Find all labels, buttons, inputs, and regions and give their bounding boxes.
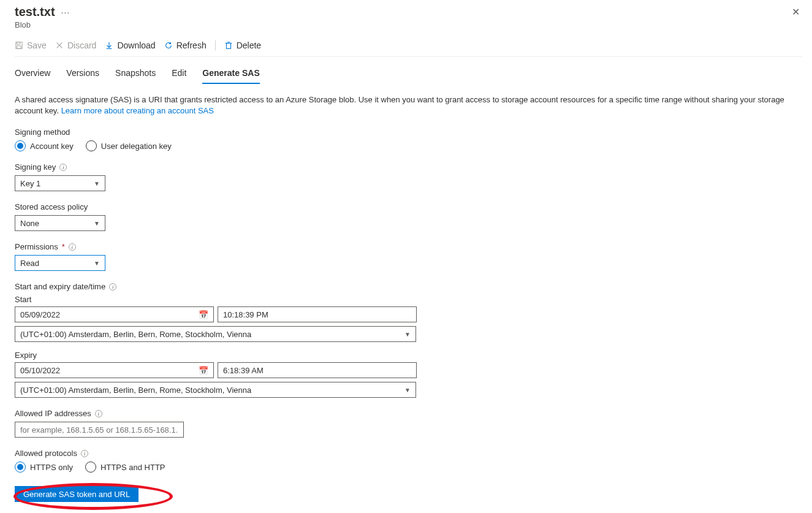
learn-more-link[interactable]: Learn more about creating an account SAS [61, 106, 214, 115]
svg-rect-7 [226, 44, 230, 49]
radio-unchecked-icon [85, 462, 96, 473]
close-icon[interactable]: ✕ [792, 6, 800, 18]
allowed-ip-input[interactable] [15, 422, 184, 438]
expiry-date-input[interactable]: 05/10/2022 📅 [15, 362, 214, 378]
info-icon[interactable]: i [109, 283, 116, 291]
radio-checked-icon [15, 140, 26, 151]
radio-user-delegation-key[interactable]: User delegation key [86, 140, 172, 151]
required-asterisk: * [62, 242, 65, 251]
chevron-down-icon: ▼ [94, 180, 100, 187]
tab-versions[interactable]: Versions [66, 66, 99, 84]
calendar-icon: 📅 [199, 310, 208, 319]
signing-key-dropdown[interactable]: Key 1 ▼ [15, 175, 105, 191]
more-actions-icon[interactable]: ··· [61, 7, 70, 17]
svg-rect-1 [17, 42, 20, 45]
permissions-dropdown[interactable]: Read ▼ [15, 255, 105, 271]
start-date-input[interactable]: 05/09/2022 📅 [15, 306, 214, 322]
radio-https-only[interactable]: HTTPS only [15, 462, 73, 473]
tab-edit[interactable]: Edit [172, 66, 186, 84]
download-button[interactable]: Download [105, 40, 155, 50]
start-timezone-dropdown[interactable]: (UTC+01:00) Amsterdam, Berlin, Bern, Rom… [15, 326, 416, 342]
sas-description: A shared access signature (SAS) is a URI… [15, 94, 802, 116]
discard-icon [55, 41, 64, 50]
info-icon[interactable]: i [59, 164, 67, 171]
radio-account-key[interactable]: Account key [15, 140, 74, 151]
tab-snapshots[interactable]: Snapshots [115, 66, 156, 84]
signing-key-label: Signing key [15, 162, 56, 172]
expiry-label: Expiry [15, 351, 802, 360]
generate-sas-button[interactable]: Generate SAS token and URL [15, 486, 138, 502]
chevron-down-icon: ▼ [94, 220, 100, 227]
allowed-ip-label: Allowed IP addresses [15, 409, 91, 418]
info-icon[interactable]: i [95, 410, 102, 417]
start-label: Start [15, 295, 802, 304]
expiry-timezone-dropdown[interactable]: (UTC+01:00) Amsterdam, Berlin, Bern, Rom… [15, 382, 416, 398]
tab-overview[interactable]: Overview [15, 66, 50, 84]
radio-unchecked-icon [86, 140, 97, 151]
permissions-label: Permissions [15, 242, 58, 251]
toolbar-separator [215, 40, 216, 50]
delete-icon [224, 41, 233, 50]
download-icon [105, 41, 113, 50]
delete-button[interactable]: Delete [224, 40, 261, 50]
stored-policy-label: Stored access policy [15, 202, 802, 211]
info-icon[interactable]: i [81, 450, 88, 457]
start-time-input[interactable]: 10:18:39 PM [218, 306, 417, 322]
save-button: Save [15, 40, 47, 50]
stored-policy-dropdown[interactable]: None ▼ [15, 215, 105, 231]
svg-rect-2 [17, 46, 21, 48]
start-expiry-label: Start and expiry date/time [15, 282, 105, 291]
command-bar: Save Discard Download Refresh Delete [15, 40, 802, 57]
chevron-down-icon: ▼ [94, 260, 100, 267]
info-icon[interactable]: i [69, 243, 76, 251]
refresh-button[interactable]: Refresh [164, 40, 207, 50]
allowed-protocols-label: Allowed protocols [15, 449, 77, 458]
chevron-down-icon: ▼ [404, 331, 411, 338]
blob-subtitle: Blob [15, 20, 802, 29]
signing-method-label: Signing method [15, 127, 802, 137]
chevron-down-icon: ▼ [404, 387, 411, 393]
discard-button: Discard [55, 40, 96, 50]
save-icon [15, 41, 23, 50]
refresh-icon [164, 41, 173, 50]
tab-strip: Overview Versions Snapshots Edit Generat… [15, 66, 802, 85]
blob-title: test.txt [15, 5, 55, 19]
tab-generate-sas[interactable]: Generate SAS [202, 66, 259, 84]
radio-checked-icon [15, 462, 26, 473]
expiry-time-input[interactable]: 6:18:39 AM [218, 362, 417, 378]
radio-https-and-http[interactable]: HTTPS and HTTP [85, 462, 165, 473]
calendar-icon: 📅 [199, 366, 208, 375]
